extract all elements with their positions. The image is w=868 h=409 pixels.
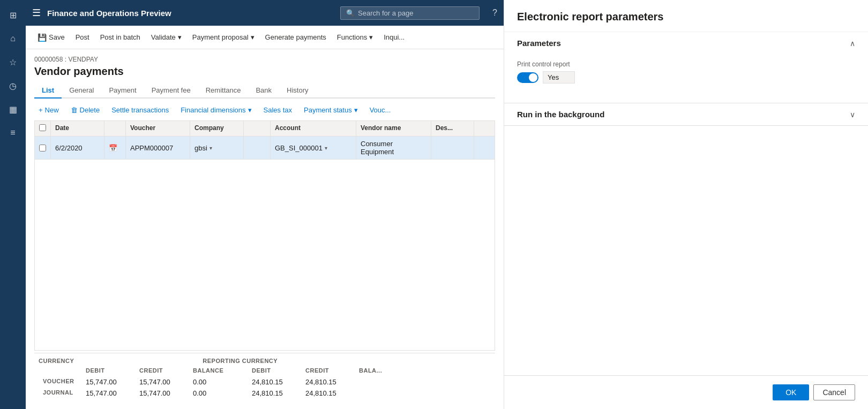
journal-debit: 15,747.00 bbox=[81, 388, 135, 398]
generate-payments-button[interactable]: Generate payments bbox=[260, 26, 332, 49]
table-icon[interactable]: ▦ bbox=[2, 99, 24, 120]
print-control-report-label: Print control report bbox=[517, 60, 855, 68]
journal-row-label: JOURNAL bbox=[39, 388, 81, 398]
settle-transactions-action[interactable]: Settle transactions bbox=[107, 104, 173, 116]
action-bar: + New 🗑 Delete Settle transactions Finan… bbox=[34, 104, 495, 116]
parameters-section-header[interactable]: Parameters ∧ bbox=[504, 32, 868, 54]
post-button[interactable]: Post bbox=[70, 26, 95, 49]
search-input[interactable] bbox=[358, 9, 474, 17]
search-icon: 🔍 bbox=[346, 9, 355, 17]
vouch-action[interactable]: Vouc... bbox=[365, 104, 395, 116]
row-checkbox[interactable] bbox=[39, 145, 46, 152]
print-control-report-field: Print control report Yes bbox=[517, 60, 855, 84]
voucher-balance: 0.00 bbox=[189, 377, 231, 387]
payment-status-dropdown-icon: ▾ bbox=[354, 106, 358, 114]
company-header: Company bbox=[190, 121, 244, 136]
payment-tab[interactable]: Payment bbox=[101, 83, 144, 99]
save-icon: 💾 bbox=[38, 33, 47, 42]
row-voucher-cell: APPM000007 bbox=[126, 137, 190, 159]
row-cal-cell[interactable]: 📅 bbox=[104, 137, 126, 159]
vendor-header: Vendor name bbox=[356, 121, 431, 136]
account-arrow-header bbox=[244, 121, 271, 136]
panel-title: Electronic report parameters bbox=[517, 11, 855, 23]
r-balance-col-label: BALA... bbox=[355, 366, 398, 375]
run-background-chevron-icon: ∨ bbox=[850, 110, 855, 119]
help-icon[interactable]: ? bbox=[492, 8, 497, 18]
row-desc-cell bbox=[431, 137, 474, 159]
inquiries-button[interactable]: Inqui... bbox=[378, 26, 410, 49]
grid-icon[interactable]: ⊞ bbox=[2, 4, 24, 26]
validate-button[interactable]: Validate ▾ bbox=[146, 26, 187, 49]
spacer2 bbox=[231, 377, 248, 387]
reporting-currency-label: REPORTING CURRENCY bbox=[203, 358, 278, 364]
list-icon[interactable]: ≡ bbox=[2, 122, 24, 143]
sidebar: ⊞ ⌂ ☆ ◷ ▦ ≡ bbox=[0, 0, 26, 409]
row-date-cell: 6/2/2020 bbox=[51, 137, 104, 159]
cal-header bbox=[104, 121, 126, 136]
parameters-section: Parameters ∧ Print control report Yes bbox=[504, 32, 868, 103]
payment-proposal-dropdown-icon: ▾ bbox=[251, 33, 255, 41]
table-row[interactable]: 6/2/2020 📅 APPM000007 gbsi ▾ GB_SI_00000… bbox=[35, 137, 495, 160]
payment-proposal-button[interactable]: Payment proposal ▾ bbox=[187, 26, 260, 49]
debit-col-label: DEBIT bbox=[81, 366, 135, 375]
payment-fee-tab[interactable]: Payment fee bbox=[144, 83, 198, 99]
delete-action[interactable]: 🗑 Delete bbox=[66, 104, 104, 116]
r-credit-col-label: CREDIT bbox=[301, 366, 355, 375]
row-account-arrow-cell bbox=[244, 137, 271, 159]
plus-icon: + bbox=[39, 106, 43, 114]
cancel-button[interactable]: Cancel bbox=[813, 384, 855, 400]
hamburger-icon[interactable]: ☰ bbox=[32, 7, 41, 19]
history-tab[interactable]: History bbox=[279, 83, 316, 99]
tabs: List General Payment Payment fee Remitta… bbox=[34, 83, 495, 99]
home-icon[interactable]: ⌂ bbox=[2, 28, 24, 49]
save-button[interactable]: 💾 Save bbox=[32, 26, 70, 49]
spacer3 bbox=[231, 388, 248, 398]
row-company-cell: gbsi ▾ bbox=[190, 137, 244, 159]
functions-dropdown-icon: ▾ bbox=[369, 33, 373, 41]
row-check-cell[interactable] bbox=[35, 137, 51, 159]
bank-tab[interactable]: Bank bbox=[248, 83, 279, 99]
date-header: Date bbox=[51, 121, 104, 136]
list-tab[interactable]: List bbox=[34, 83, 62, 99]
print-control-toggle[interactable] bbox=[517, 72, 538, 83]
voucher-summary-row: VOUCHER 15,747.00 15,747.00 0.00 24,810.… bbox=[34, 377, 495, 388]
post-batch-button[interactable]: Post in batch bbox=[95, 26, 146, 49]
parameters-section-content: Print control report Yes bbox=[504, 54, 868, 103]
journal-summary-row: JOURNAL 15,747.00 15,747.00 0.00 24,810.… bbox=[34, 388, 495, 398]
row-account-cell: GB_SI_000001 ▾ bbox=[271, 137, 356, 159]
star-icon[interactable]: ☆ bbox=[2, 51, 24, 73]
account-dropdown-icon[interactable]: ▾ bbox=[325, 145, 327, 151]
parameters-section-title: Parameters bbox=[517, 39, 561, 48]
account-header: Account bbox=[271, 121, 356, 136]
credit-col-label: CREDIT bbox=[135, 366, 189, 375]
journal-r-debit: 24,810.15 bbox=[248, 388, 301, 398]
check-header bbox=[35, 121, 51, 136]
page-title: Vendor payments bbox=[34, 65, 495, 78]
toggle-value: Yes bbox=[543, 71, 575, 84]
parameters-chevron-icon: ∧ bbox=[850, 39, 855, 48]
financial-dimensions-action[interactable]: Financial dimensions ▾ bbox=[176, 104, 256, 116]
payment-status-action[interactable]: Payment status ▾ bbox=[300, 104, 362, 116]
ok-button[interactable]: OK bbox=[773, 384, 809, 400]
sales-tax-action[interactable]: Sales tax bbox=[259, 104, 296, 116]
run-background-section-title: Run in the background bbox=[517, 110, 604, 119]
journal-credit: 15,747.00 bbox=[135, 388, 189, 398]
panel-footer: OK Cancel bbox=[504, 375, 868, 409]
search-box[interactable]: 🔍 bbox=[340, 6, 480, 20]
voucher-r-debit: 24,810.15 bbox=[248, 377, 301, 387]
clock-icon[interactable]: ◷ bbox=[2, 75, 24, 96]
grid-header: Date Voucher Company Account Vendor name… bbox=[35, 121, 495, 137]
functions-button[interactable]: Functions ▾ bbox=[332, 26, 378, 49]
run-background-section: Run in the background ∨ bbox=[504, 103, 868, 126]
run-background-section-header[interactable]: Run in the background ∨ bbox=[504, 103, 868, 125]
header-bar: ☰ Finance and Operations Preview 🔍 ? bbox=[26, 0, 504, 26]
validate-dropdown-icon: ▾ bbox=[178, 33, 182, 41]
toggle-slider bbox=[517, 72, 538, 83]
balance-col-label: BALANCE bbox=[189, 366, 231, 375]
new-action[interactable]: + New bbox=[34, 104, 63, 116]
remittance-tab[interactable]: Remittance bbox=[198, 83, 249, 99]
general-tab[interactable]: General bbox=[62, 83, 101, 99]
company-dropdown-icon[interactable]: ▾ bbox=[209, 145, 212, 151]
select-all-checkbox[interactable] bbox=[39, 124, 46, 131]
desc-header: Des... bbox=[431, 121, 474, 136]
